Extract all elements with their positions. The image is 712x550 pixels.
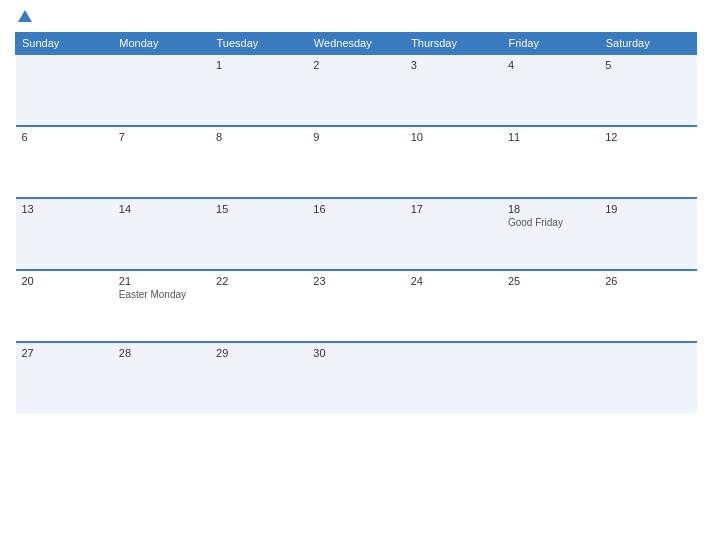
weekday-header: Thursday: [405, 33, 502, 55]
calendar-cell: 24: [405, 270, 502, 342]
day-number: 9: [313, 131, 398, 143]
holiday-label: Easter Monday: [119, 289, 204, 300]
weekday-header: Tuesday: [210, 33, 307, 55]
calendar-week-row: 12345: [16, 54, 697, 126]
calendar-cell: 14: [113, 198, 210, 270]
calendar-cell: 13: [16, 198, 113, 270]
day-number: 4: [508, 59, 593, 71]
day-number: 7: [119, 131, 204, 143]
calendar-cell: 12: [599, 126, 696, 198]
day-number: 6: [22, 131, 107, 143]
weekday-header: Friday: [502, 33, 599, 55]
day-number: 29: [216, 347, 301, 359]
calendar-cell: 7: [113, 126, 210, 198]
calendar-week-row: 27282930: [16, 342, 697, 414]
logo: [15, 10, 32, 24]
calendar-cell: 2: [307, 54, 404, 126]
weekday-header: Saturday: [599, 33, 696, 55]
day-number: 17: [411, 203, 496, 215]
calendar-cell: [502, 342, 599, 414]
day-number: 15: [216, 203, 301, 215]
day-number: 10: [411, 131, 496, 143]
calendar-table: SundayMondayTuesdayWednesdayThursdayFrid…: [15, 32, 697, 414]
day-number: 25: [508, 275, 593, 287]
day-number: 27: [22, 347, 107, 359]
day-number: 23: [313, 275, 398, 287]
holiday-label: Good Friday: [508, 217, 593, 228]
day-number: 12: [605, 131, 690, 143]
calendar-cell: 9: [307, 126, 404, 198]
calendar-cell: 18Good Friday: [502, 198, 599, 270]
day-number: 22: [216, 275, 301, 287]
day-number: 28: [119, 347, 204, 359]
weekday-header-row: SundayMondayTuesdayWednesdayThursdayFrid…: [16, 33, 697, 55]
calendar-cell: 21Easter Monday: [113, 270, 210, 342]
calendar-week-row: 131415161718Good Friday19: [16, 198, 697, 270]
day-number: 5: [605, 59, 690, 71]
calendar-cell: 15: [210, 198, 307, 270]
calendar-cell: [599, 342, 696, 414]
day-number: 19: [605, 203, 690, 215]
day-number: 3: [411, 59, 496, 71]
calendar-cell: [405, 342, 502, 414]
day-number: 16: [313, 203, 398, 215]
day-number: 24: [411, 275, 496, 287]
day-number: 30: [313, 347, 398, 359]
calendar-cell: 8: [210, 126, 307, 198]
calendar-cell: [16, 54, 113, 126]
calendar-cell: 4: [502, 54, 599, 126]
calendar-cell: 11: [502, 126, 599, 198]
day-number: 26: [605, 275, 690, 287]
logo-triangle-icon: [18, 10, 32, 22]
calendar-cell: 29: [210, 342, 307, 414]
calendar-cell: 28: [113, 342, 210, 414]
calendar-week-row: 6789101112: [16, 126, 697, 198]
day-number: 1: [216, 59, 301, 71]
weekday-header: Wednesday: [307, 33, 404, 55]
calendar-cell: 3: [405, 54, 502, 126]
calendar-cell: 17: [405, 198, 502, 270]
day-number: 2: [313, 59, 398, 71]
calendar-cell: 10: [405, 126, 502, 198]
calendar-page: SundayMondayTuesdayWednesdayThursdayFrid…: [0, 0, 712, 550]
calendar-cell: 16: [307, 198, 404, 270]
calendar-cell: 5: [599, 54, 696, 126]
weekday-header: Sunday: [16, 33, 113, 55]
calendar-cell: 26: [599, 270, 696, 342]
day-number: 8: [216, 131, 301, 143]
calendar-cell: 27: [16, 342, 113, 414]
calendar-cell: [113, 54, 210, 126]
calendar-cell: 23: [307, 270, 404, 342]
calendar-cell: 20: [16, 270, 113, 342]
day-number: 20: [22, 275, 107, 287]
day-number: 11: [508, 131, 593, 143]
day-number: 13: [22, 203, 107, 215]
calendar-cell: 19: [599, 198, 696, 270]
calendar-week-row: 2021Easter Monday2223242526: [16, 270, 697, 342]
calendar-cell: 6: [16, 126, 113, 198]
calendar-cell: 22: [210, 270, 307, 342]
header: [15, 10, 697, 24]
weekday-header: Monday: [113, 33, 210, 55]
day-number: 14: [119, 203, 204, 215]
calendar-cell: 25: [502, 270, 599, 342]
calendar-cell: 1: [210, 54, 307, 126]
day-number: 18: [508, 203, 593, 215]
day-number: 21: [119, 275, 204, 287]
calendar-cell: 30: [307, 342, 404, 414]
